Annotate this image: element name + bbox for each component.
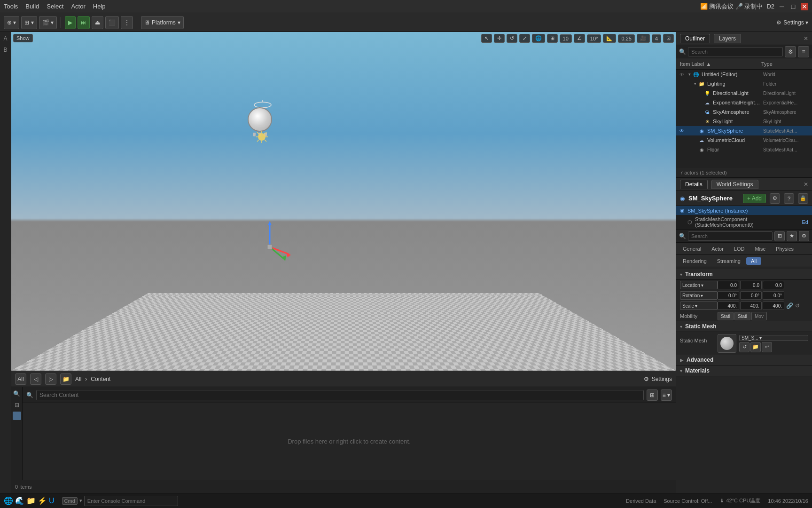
sm-reload-btn[interactable]: ↺: [739, 342, 750, 352]
mobility-static-btn[interactable]: Stati: [718, 312, 734, 320]
location-x[interactable]: [718, 281, 739, 289]
maximize-viewport[interactable]: ⊡: [663, 34, 674, 43]
menu-build[interactable]: Build: [25, 3, 39, 10]
rotation-x[interactable]: [718, 291, 739, 300]
cmd-dropdown[interactable]: ▾: [79, 498, 82, 504]
world-settings-tab[interactable]: World Settings: [711, 180, 758, 189]
mobility-movable-btn[interactable]: Mov: [751, 312, 767, 320]
scale-snap[interactable]: 📐: [603, 34, 616, 43]
ue-icon[interactable]: U: [49, 497, 55, 505]
scale-tool[interactable]: ⤢: [519, 34, 530, 43]
thunder-icon[interactable]: ⚡: [38, 496, 47, 505]
transform-section-header[interactable]: ▾ Transform: [676, 269, 812, 280]
details-star-filter[interactable]: ★: [787, 231, 797, 241]
rotation-z[interactable]: [763, 291, 784, 300]
blueprint-button[interactable]: ⚙: [770, 193, 780, 204]
stop-button[interactable]: ⬛: [105, 16, 119, 29]
outliner-close[interactable]: ✕: [804, 35, 808, 42]
add-button[interactable]: ⊕ ▾: [4, 16, 19, 29]
settings-label[interactable]: Settings ▾: [783, 19, 808, 26]
tree-item-lighting[interactable]: ▾ 📁 Lighting Folder: [676, 79, 812, 88]
layers-tab[interactable]: Layers: [714, 34, 741, 43]
expand-lighting[interactable]: ▾: [692, 81, 698, 86]
menu-select[interactable]: Select: [47, 3, 63, 10]
lock-button[interactable]: 🔒: [798, 193, 808, 204]
sm-reset-btn[interactable]: ↩: [762, 342, 772, 352]
cb-settings-label[interactable]: Settings: [652, 376, 672, 382]
cinematics-button[interactable]: 🎬 ▾: [39, 16, 57, 29]
close-button[interactable]: ✕: [801, 3, 808, 10]
scale-y[interactable]: [740, 302, 762, 310]
tab-misc[interactable]: Misc: [750, 245, 770, 253]
cb-folder-button[interactable]: 📁: [60, 373, 71, 385]
tab-all[interactable]: All: [746, 257, 761, 265]
scale-z[interactable]: [763, 302, 784, 310]
tab-lod[interactable]: LOD: [729, 245, 750, 253]
chrome-icon[interactable]: 🌐: [4, 496, 13, 505]
tab-general[interactable]: General: [678, 245, 706, 253]
grid-size[interactable]: 10: [560, 34, 572, 43]
comp-static-mesh[interactable]: ⬡ StaticMeshComponent (StaticMeshCompone…: [676, 215, 812, 229]
sidebar-icon-1[interactable]: A: [1, 34, 10, 43]
cb-all-button[interactable]: All: [15, 373, 26, 385]
cb-view-options[interactable]: ⊞: [647, 389, 658, 401]
tree-item-skysphere[interactable]: 👁 ◉ SM_SkySphere StaticMeshAct...: [676, 126, 812, 135]
angle-value[interactable]: 10°: [587, 34, 601, 43]
location-y[interactable]: [740, 281, 762, 289]
scale-reset-icon[interactable]: ↺: [795, 302, 800, 309]
camera-speed[interactable]: 🎥: [637, 34, 650, 43]
platforms-button[interactable]: 🖥 Platforms ▾: [141, 16, 184, 29]
cb-breadcrumb-content[interactable]: Content: [91, 376, 110, 382]
comp-mesh-ed[interactable]: Ed: [802, 219, 808, 225]
help-button[interactable]: ?: [784, 193, 794, 204]
scale-value[interactable]: 0.25: [618, 34, 634, 43]
cb-filter-icon[interactable]: ⊟: [12, 400, 22, 410]
scale-lock-icon[interactable]: 🔗: [786, 302, 793, 309]
static-mesh-section-header[interactable]: ▾ Static Mesh: [676, 321, 812, 332]
rotation-y[interactable]: [740, 291, 762, 300]
source-control-label[interactable]: Source Control: Off...: [664, 498, 712, 504]
play-button[interactable]: ▶: [65, 16, 76, 29]
cb-content-area[interactable]: Drop files here or right click to create…: [23, 403, 676, 480]
angle-snap[interactable]: ∠: [574, 34, 585, 43]
outliner-search-input[interactable]: [688, 47, 783, 56]
cmd-input[interactable]: [84, 496, 178, 506]
visibility-btn-world[interactable]: 👁: [678, 72, 686, 77]
details-close[interactable]: ✕: [804, 181, 808, 188]
select-tool[interactable]: ↖: [481, 34, 492, 43]
sidebar-icon-2[interactable]: B: [1, 45, 10, 55]
menu-help[interactable]: Help: [93, 3, 106, 10]
files-icon[interactable]: 📁: [26, 496, 36, 505]
outliner-tab[interactable]: Outliner: [680, 34, 710, 43]
outliner-col-type[interactable]: Type: [761, 61, 808, 67]
location-dropdown[interactable]: Location ▾: [680, 281, 718, 289]
eject-button[interactable]: ⏏: [92, 16, 103, 29]
location-z[interactable]: [763, 281, 784, 289]
camera-value[interactable]: 4: [652, 34, 661, 43]
details-tab[interactable]: Details: [680, 180, 708, 189]
menu-actor[interactable]: Actor: [71, 3, 85, 10]
cb-sort-options[interactable]: ≡ ▾: [661, 389, 672, 401]
rotate-tool[interactable]: ↺: [507, 34, 517, 43]
more-options-button[interactable]: ⋮: [121, 16, 133, 29]
tree-item-dirlight[interactable]: 💡 DirectionalLight DirectionalLight: [676, 88, 812, 98]
expand-world[interactable]: ▾: [687, 72, 692, 77]
tree-item-skylight[interactable]: ☀ SkyLight SkyLight: [676, 117, 812, 126]
cb-search-input[interactable]: [36, 390, 644, 400]
outliner-settings-btn[interactable]: ≡: [798, 46, 809, 57]
scale-x[interactable]: [718, 302, 739, 310]
tab-streaming[interactable]: Streaming: [712, 257, 745, 265]
sm-browse-btn[interactable]: 📁: [750, 342, 761, 352]
static-mesh-picker[interactable]: SM_S... ▾: [739, 335, 808, 341]
mobility-stationary-btn[interactable]: Stati: [734, 312, 750, 320]
rotation-dropdown[interactable]: Rotation ▾: [680, 291, 718, 300]
maximize-button[interactable]: □: [789, 3, 797, 10]
tree-item-floor[interactable]: ◉ Floor StaticMeshAct...: [676, 145, 812, 154]
outliner-options-btn[interactable]: ⚙: [785, 46, 796, 57]
select-mode-button[interactable]: ⊞ ▾: [21, 16, 37, 29]
add-component-button[interactable]: + Add: [743, 194, 766, 203]
snap-tool[interactable]: ⊞: [547, 34, 558, 43]
visibility-btn-skysphere[interactable]: 👁: [678, 128, 686, 134]
tree-item-volcld[interactable]: ☁ VolumetricCloud VolumetricClou...: [676, 135, 812, 145]
tree-item-fog[interactable]: ☁ ExponentialHeightFog ExponentialHe...: [676, 98, 812, 107]
